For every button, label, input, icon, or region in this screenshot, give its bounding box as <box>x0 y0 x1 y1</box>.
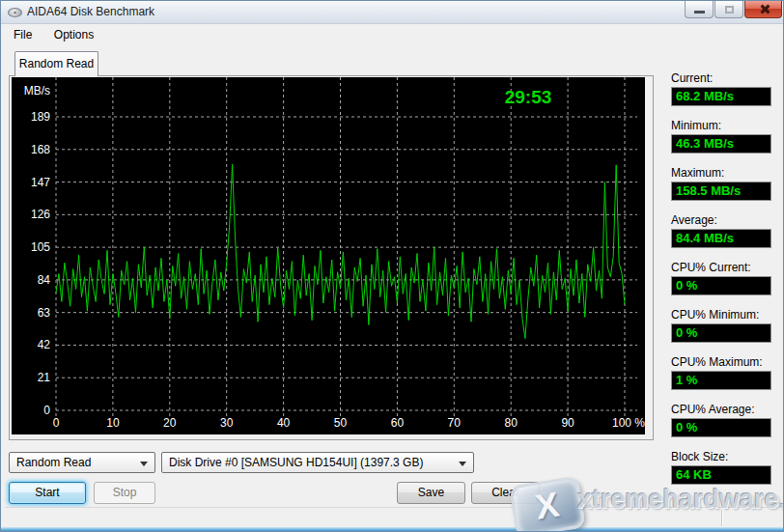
svg-text:0: 0 <box>43 404 50 417</box>
minimize-icon <box>694 11 705 14</box>
stat-average: Average: 84.4 MB/s <box>671 213 771 248</box>
app-disk-icon <box>8 8 22 17</box>
stat-value: 0 % <box>671 276 771 295</box>
stat-block-size: Block Size: 64 KB <box>671 450 771 485</box>
save-button[interactable]: Save <box>397 482 465 504</box>
status-bar <box>5 507 781 527</box>
svg-text:147: 147 <box>31 176 50 189</box>
chevron-down-icon <box>140 462 148 466</box>
svg-text:63: 63 <box>38 306 51 320</box>
close-icon <box>759 4 770 14</box>
svg-text:105: 105 <box>31 240 50 254</box>
svg-text:MB/s: MB/s <box>24 84 50 98</box>
stat-label: CPU% Average: <box>671 403 771 418</box>
stat-minimum: Minimum: 46.3 MB/s <box>671 119 771 154</box>
chevron-down-icon <box>459 462 466 466</box>
stat-label: Current: <box>671 71 771 87</box>
stat-value: 84.4 MB/s <box>671 229 771 248</box>
menu-bar: File Options <box>5 25 781 45</box>
svg-text:189: 189 <box>31 110 50 124</box>
svg-text:90: 90 <box>561 416 574 430</box>
stat-cpu-current: CPU% Current: 0 % <box>671 261 771 295</box>
benchmark-chart: 0102030405060708090100 %1891681471261058… <box>12 77 645 434</box>
svg-text:50: 50 <box>334 416 348 430</box>
benchmark-type-value: Random Read <box>16 456 91 469</box>
clear-button[interactable]: Clear <box>471 482 540 504</box>
stat-label: CPU% Maximum: <box>671 355 771 371</box>
app-window: AIDA64 Disk Benchmark File Options Rando… <box>0 0 784 532</box>
window-title: AIDA64 Disk Benchmark <box>27 5 154 18</box>
svg-text:30: 30 <box>220 416 234 430</box>
start-button[interactable]: Start <box>9 482 86 504</box>
stat-value: 68.2 MB/s <box>671 87 771 106</box>
stat-label: CPU% Current: <box>671 261 771 276</box>
svg-text:80: 80 <box>505 416 518 430</box>
svg-text:60: 60 <box>391 416 405 430</box>
svg-text:100 %: 100 % <box>612 416 645 430</box>
stat-label: CPU% Minimum: <box>671 308 771 323</box>
minimize-button[interactable] <box>685 1 714 18</box>
stat-value: 0 % <box>671 418 771 437</box>
close-button[interactable] <box>744 1 782 18</box>
disk-drive-select[interactable]: Disk Drive #0 [SAMSUNG HD154UI] (1397.3 … <box>161 452 474 473</box>
stat-current: Current: 68.2 MB/s <box>671 71 771 106</box>
svg-text:40: 40 <box>277 416 291 430</box>
svg-text:29:53: 29:53 <box>505 87 552 107</box>
svg-text:126: 126 <box>31 208 50 221</box>
tab-random-read[interactable]: Random Read <box>14 51 98 76</box>
svg-text:42: 42 <box>38 338 51 351</box>
stat-cpu-maximum: CPU% Maximum: 1 % <box>671 355 771 390</box>
title-bar: AIDA64 Disk Benchmark <box>1 1 783 24</box>
stat-value: 46.3 MB/s <box>671 134 771 154</box>
window-frame-bottom <box>1 527 783 531</box>
stat-value: 0 % <box>671 323 771 343</box>
stats-panel: Current: 68.2 MB/s Minimum: 46.3 MB/s Ma… <box>671 71 771 497</box>
stat-label: Maximum: <box>671 166 771 182</box>
svg-text:20: 20 <box>163 416 177 430</box>
svg-text:0: 0 <box>53 416 60 430</box>
stat-label: Average: <box>671 213 771 229</box>
menu-file[interactable]: File <box>5 25 41 45</box>
svg-text:84: 84 <box>38 273 51 287</box>
stat-cpu-minimum: CPU% Minimum: 0 % <box>671 308 771 343</box>
stat-cpu-average: CPU% Average: 0 % <box>671 403 771 437</box>
svg-text:10: 10 <box>106 416 120 430</box>
stop-button: Stop <box>94 482 155 504</box>
maximize-icon <box>725 6 734 14</box>
disk-drive-value: Disk Drive #0 [SAMSUNG HD154UI] (1397.3 … <box>169 456 423 469</box>
svg-text:21: 21 <box>38 371 51 384</box>
svg-text:70: 70 <box>448 416 462 430</box>
stat-value: 1 % <box>671 371 771 390</box>
stat-label: Minimum: <box>671 119 771 134</box>
maximize-button[interactable] <box>714 1 743 18</box>
stat-value: 64 KB <box>671 465 771 485</box>
menu-options[interactable]: Options <box>45 25 102 45</box>
status-bar-separator <box>721 510 722 526</box>
chart-panel: 0102030405060708090100 %1891681471261058… <box>9 75 654 440</box>
stat-value: 158.5 MB/s <box>671 182 771 201</box>
benchmark-type-select[interactable]: Random Read <box>9 452 155 473</box>
svg-text:168: 168 <box>31 143 50 156</box>
stat-label: Block Size: <box>671 450 771 465</box>
stat-maximum: Maximum: 158.5 MB/s <box>671 166 771 201</box>
